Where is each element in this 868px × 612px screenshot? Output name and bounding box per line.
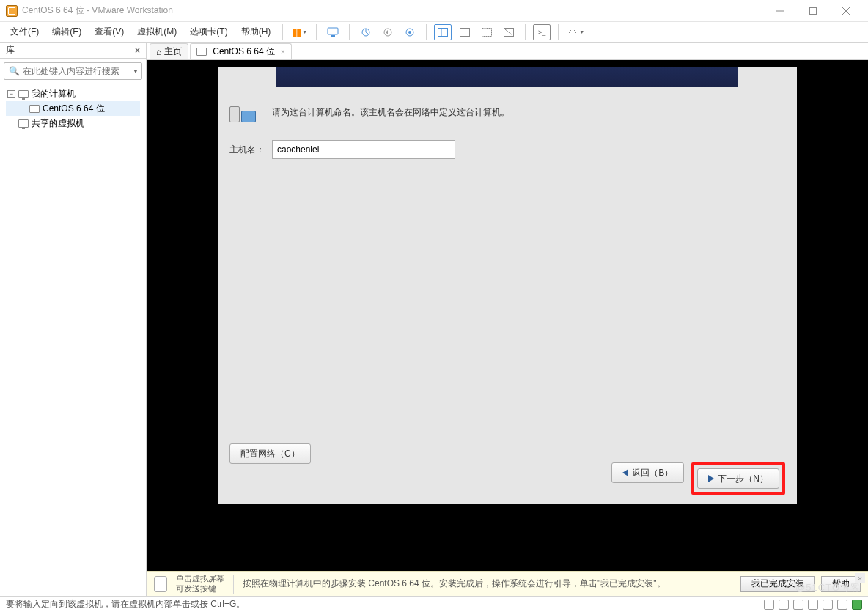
centos-installer-window: 请为这台计算机命名。该主机名会在网络中定义这台计算机。 主机名： 配置网络（C） [218,67,797,504]
svg-line-15 [505,29,512,35]
search-dropdown-icon[interactable]: ▼ [133,68,139,75]
maximize-button[interactable] [796,1,829,21]
tab-centos[interactable]: CentOS 6 64 位 × [190,43,292,59]
toolbar-separator [349,24,350,40]
vm-icon [196,48,207,56]
arrow-right-icon [708,475,714,482]
toolbar-separator [282,24,283,40]
tree-node-mycomputer[interactable]: − 我的计算机 [6,86,140,101]
installer-description: 请为这台计算机命名。该主机名会在网络中定义这台计算机。 [272,106,510,119]
search-icon: 🔍 [9,66,20,76]
toolbar-separator [426,24,427,40]
sidebar-close-icon[interactable]: × [135,45,140,56]
close-button[interactable] [829,1,862,21]
menu-view[interactable]: 查看(V) [90,24,128,40]
statusbar-text: 要将输入定向到该虚拟机，请在虚拟机内部单击或按 Ctrl+G。 [6,598,245,611]
statusbar: 要将输入定向到该虚拟机，请在虚拟机内部单击或按 Ctrl+G。 [0,596,868,612]
search-input[interactable] [23,66,133,76]
next-button-highlight: 下一步（N） [691,462,785,495]
tree-label: 我的计算机 [32,88,76,100]
hostname-label: 主机名： [229,144,265,156]
svg-rect-1 [809,7,816,14]
menu-edit[interactable]: 编辑(E) [48,24,86,40]
view-fullscreen-icon[interactable] [478,24,496,40]
infobar-note: 单击虚拟屏幕 可发送按键 [176,574,224,593]
stretch-guest-icon[interactable]: ▼ [566,24,586,40]
tab-close-icon[interactable]: × [281,48,285,56]
home-icon: ⌂ [156,47,161,57]
device-usb-icon[interactable] [808,600,818,610]
menu-help[interactable]: 帮助(H) [237,24,276,40]
tree-node-centos[interactable]: CentOS 6 64 位 [6,101,140,116]
toolbar-separator [558,24,559,40]
infobar-close-icon[interactable]: × [855,573,865,583]
snapshot-revert-icon[interactable] [379,24,397,40]
device-network-icon[interactable] [793,600,803,610]
send-ctrl-alt-del-icon[interactable] [324,24,342,40]
library-search[interactable]: 🔍 ▼ [4,62,142,80]
vm-icon [29,105,40,113]
minimize-button[interactable] [763,1,796,21]
next-button[interactable]: 下一步（N） [697,468,779,489]
button-label: 下一步（N） [718,473,768,485]
menubar: 文件(F) 编辑(E) 查看(V) 虚拟机(M) 选项卡(T) 帮助(H) ▮▮… [0,22,868,43]
toolbar-separator [525,24,526,40]
tree-label: 共享的虚拟机 [32,117,84,130]
library-tree: − 我的计算机 CentOS 6 64 位 共享的虚拟机 [0,84,146,133]
svg-point-9 [408,31,411,34]
arrow-left-icon [622,469,628,476]
device-sound-icon[interactable] [823,600,833,610]
view-console-icon[interactable] [456,24,474,40]
svg-rect-13 [482,28,492,36]
window-title: CentOS 6 64 位 - VMware Workstation [22,4,173,17]
toolbar-separator [316,24,317,40]
app-logo-icon [6,5,18,17]
snapshot-take-icon[interactable] [357,24,375,40]
tab-strip: ⌂ 主页 CentOS 6 64 位 × [147,43,868,60]
mouse-icon [154,576,167,592]
svg-text:>_: >_ [538,29,546,36]
pause-button[interactable]: ▮▮▼ [290,24,309,40]
menu-file[interactable]: 文件(F) [6,24,43,40]
device-display-icon[interactable] [852,600,862,610]
svg-rect-4 [328,28,338,34]
tree-collapse-icon[interactable]: − [7,90,15,98]
tab-label: CentOS 6 64 位 [213,45,275,58]
tab-label: 主页 [164,45,182,58]
install-info-bar: 单击虚拟屏幕 可发送按键 按照在物理计算机中的步骤安装 CentOS 6 64 … [147,571,868,596]
tab-home[interactable]: ⌂ 主页 [150,43,188,59]
hostname-input[interactable] [272,140,455,159]
window-titlebar: CentOS 6 64 位 - VMware Workstation [0,0,868,22]
shared-vm-icon [18,119,29,128]
svg-rect-5 [331,35,335,37]
svg-rect-12 [460,28,470,36]
installer-banner [276,67,738,87]
svg-rect-10 [438,28,448,36]
view-unity-icon[interactable] [500,24,518,40]
tree-label: CentOS 6 64 位 [43,103,105,115]
configure-network-button[interactable]: 配置网络（C） [229,443,311,464]
back-button[interactable]: 返回（B） [611,462,684,483]
tree-node-shared[interactable]: 共享的虚拟机 [6,116,140,130]
infobar-message: 按照在物理计算机中的步骤安装 CentOS 6 64 位。安装完成后，操作系统会… [243,578,666,590]
menu-tabs[interactable]: 选项卡(T) [185,24,232,40]
library-sidebar: 库 × 🔍 ▼ − 我的计算机 CentOS 6 64 位 共享的虚拟机 [0,43,147,596]
view-single-icon[interactable] [434,24,452,40]
computer-icon [18,90,29,98]
device-cdrom-icon[interactable] [779,600,789,610]
infobar-separator [233,575,234,594]
install-done-button[interactable]: 我已完成安装 [740,576,815,592]
button-label: 配置网络（C） [240,448,300,460]
button-label: 返回（B） [632,467,673,479]
hostname-illustration-icon [229,102,265,122]
sidebar-title: 库 [6,44,15,56]
menu-vm[interactable]: 虚拟机(M) [133,24,181,40]
vm-console[interactable]: 请为这台计算机命名。该主机名会在网络中定义这台计算机。 主机名： 配置网络（C） [147,60,868,571]
device-printer-icon[interactable] [837,600,847,610]
snapshot-manager-icon[interactable] [401,24,419,40]
view-thumbnail-icon[interactable]: >_ [533,24,551,40]
device-harddisk-icon[interactable] [764,600,774,610]
